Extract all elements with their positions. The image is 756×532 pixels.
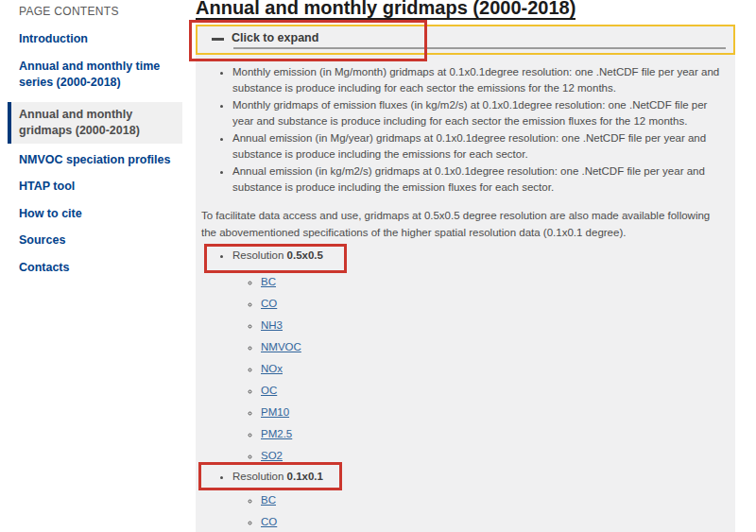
- link-so2-05[interactable]: SO2: [261, 450, 283, 461]
- list-item: PM10: [261, 402, 722, 423]
- list-item: NMVOC: [261, 336, 722, 358]
- link-nh3-05[interactable]: NH3: [261, 319, 283, 331]
- resolution-value: 0.5x0.5: [287, 249, 323, 261]
- gridmap-description-list: Monthly emission (in Mg/month) gridmaps …: [201, 64, 722, 195]
- link-co-01[interactable]: CO: [261, 516, 277, 527]
- list-item: Monthly gridmaps of emission fluxes (in …: [232, 97, 722, 129]
- expander-divider: [233, 47, 726, 49]
- list-item: PM2.5: [261, 423, 722, 445]
- resolution-01-item: Resolution 0.1x0.1: [201, 469, 722, 485]
- resolution-label: Resolution: [232, 249, 284, 261]
- collapsible-section: Click to expand Monthly emission (in Mg/…: [196, 25, 735, 532]
- link-oc-05[interactable]: OC: [261, 385, 277, 396]
- list-item: OC: [261, 380, 722, 402]
- link-nmvoc-05[interactable]: NMVOC: [261, 341, 301, 352]
- list-item: Annual emission (in Mg/year) gridmaps at…: [232, 130, 722, 162]
- sidebar-item-nmvoc-speciation[interactable]: NMVOC speciation profiles: [19, 152, 180, 169]
- sidebar-item-htap-tool[interactable]: HTAP tool: [19, 179, 180, 196]
- list-item: Annual emission (in kg/m2/s) gridmaps at…: [232, 163, 722, 195]
- sidebar-item-how-to-cite[interactable]: How to cite: [19, 206, 180, 223]
- facilitate-paragraph: To facilitate data access and use, gridm…: [201, 208, 722, 241]
- link-bc-01[interactable]: BC: [261, 494, 276, 506]
- list-item: CO: [261, 293, 722, 315]
- list-item: BC: [261, 489, 722, 511]
- collapse-minus-icon: [212, 38, 224, 41]
- sidebar-item-gridmaps-active[interactable]: Annual and monthly gridmaps (2000-2018): [8, 102, 182, 144]
- sidebar-nav: Introduction Annual and monthly time ser…: [0, 31, 196, 276]
- page-title: Annual and monthly gridmaps (2000-2018): [196, 0, 735, 17]
- expanded-content: Monthly emission (in Mg/month) gridmaps …: [196, 55, 735, 532]
- resolution-05-links: BC CO NH3 NMVOC NOx OC PM10 PM2.5 SO2: [201, 271, 722, 467]
- list-item: Resolution 0.1x0.1: [232, 469, 722, 485]
- link-bc-05[interactable]: BC: [261, 276, 276, 287]
- link-pm10-05[interactable]: PM10: [261, 406, 289, 418]
- resolution-05-item: Resolution 0.5x0.5: [201, 248, 722, 264]
- sidebar-item-time-series[interactable]: Annual and monthly time series (2000-201…: [19, 59, 180, 92]
- sidebar-item-contacts[interactable]: Contacts: [19, 260, 180, 277]
- list-item: SO2: [261, 445, 722, 467]
- link-pm25-05[interactable]: PM2.5: [261, 428, 292, 439]
- sidebar-item-sources[interactable]: Sources: [19, 232, 180, 249]
- list-item: Monthly emission (in Mg/month) gridmaps …: [232, 64, 722, 95]
- sidebar-item-introduction[interactable]: Introduction: [19, 31, 180, 48]
- expand-collapse-header[interactable]: Click to expand: [196, 25, 735, 55]
- list-item: NOx: [261, 358, 722, 380]
- list-item: NH3: [261, 315, 722, 336]
- resolution-value: 0.1x0.1: [287, 471, 323, 482]
- page-contents-sidebar: PAGE CONTENTS Introduction Annual and mo…: [0, 0, 196, 532]
- main-content: Annual and monthly gridmaps (2000-2018) …: [196, 0, 735, 532]
- expander-label: Click to expand: [232, 31, 318, 44]
- sidebar-heading: PAGE CONTENTS: [19, 5, 196, 18]
- list-item: CO: [261, 511, 722, 532]
- resolution-label: Resolution: [232, 471, 284, 482]
- link-co-05[interactable]: CO: [261, 298, 277, 309]
- list-item: Resolution 0.5x0.5: [232, 248, 722, 264]
- list-item: BC: [261, 271, 722, 293]
- resolution-01-links: BC CO: [201, 489, 722, 532]
- link-nox-05[interactable]: NOx: [261, 363, 283, 374]
